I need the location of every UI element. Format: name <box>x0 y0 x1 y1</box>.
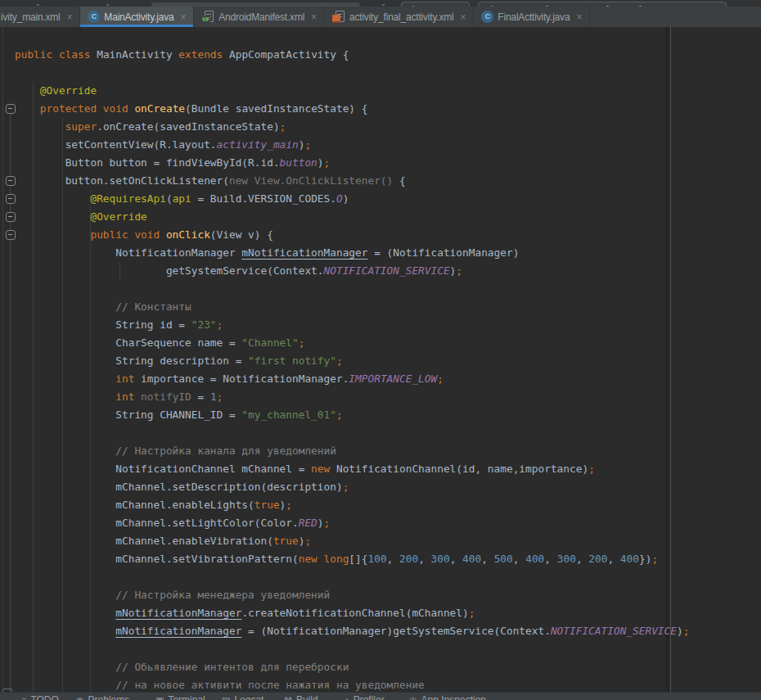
code-token-def: = Build.VERSION_CODES. <box>191 192 336 205</box>
tool-window-button-profiler[interactable]: ◔Profiler <box>344 695 385 700</box>
code-line[interactable]: int importance = NotificationManager.IMP… <box>15 370 689 388</box>
code-line[interactable]: // на новое активити после нажатия на ув… <box>15 676 689 692</box>
code-fold-icon[interactable] <box>6 176 16 186</box>
code-line[interactable]: mChannel.enableVibration(true); <box>15 532 689 550</box>
code-line[interactable]: String CHANNEL_ID = "my_channel_01"; <box>15 406 689 424</box>
java-class-icon: C <box>88 11 100 23</box>
code-line[interactable]: getSystemService(Context.NOTIFICATION_SE… <box>15 262 689 280</box>
code-token-semi: ; <box>286 499 292 511</box>
toolbar-icon-remnant <box>106 4 109 6</box>
code-line[interactable]: mChannel.enableLights(true); <box>15 496 689 514</box>
code-line[interactable]: button.setOnClickListener(new View.OnCli… <box>15 172 689 190</box>
code-token-def <box>15 120 65 133</box>
code-line[interactable] <box>15 640 689 658</box>
gutter-float-icon[interactable] <box>2 689 12 692</box>
code-token-def: CharSequence name = <box>15 336 241 349</box>
editor-tab-mainactivity-java[interactable]: CMainActivity.java× <box>80 7 194 27</box>
code-line[interactable]: super.onCreate(savedInstanceState); <box>15 118 689 136</box>
code-token-def <box>15 373 115 385</box>
code-line[interactable]: int notifyID = 1; <box>15 388 689 406</box>
code-line[interactable]: String id = "23"; <box>15 316 689 334</box>
code-line[interactable]: CharSequence name = "Channel"; <box>15 334 689 352</box>
code-token-def <box>15 300 115 313</box>
code-token-def: ( <box>166 192 173 205</box>
code-line[interactable] <box>15 64 689 82</box>
tool-window-button-todo[interactable]: ≡TODO <box>21 695 59 700</box>
code-token-def <box>15 210 90 223</box>
code-token-def <box>15 84 40 97</box>
close-icon[interactable]: × <box>311 11 317 23</box>
code-line[interactable]: @RequiresApi(api = Build.VERSION_CODES.O… <box>15 190 689 208</box>
tool-window-button-problems[interactable]: ◉Problems <box>76 695 129 700</box>
close-icon[interactable]: × <box>461 11 466 23</box>
tool-window-button-build[interactable]: ⚒Build <box>284 695 318 700</box>
code-line[interactable]: mChannel.setDescription(description); <box>15 478 689 496</box>
code-line[interactable] <box>15 568 689 586</box>
code-line[interactable]: setContentView(R.layout.activity_main); <box>15 136 689 154</box>
editor-tab-finalacttivity-java[interactable]: CFinalActtivity.java× <box>474 7 590 27</box>
code-line[interactable]: mNotificationManager.createNotificationC… <box>15 604 689 622</box>
code-token-semi: ; <box>304 535 311 547</box>
code-line[interactable]: NotificationChannel mChannel = new Notif… <box>15 460 689 478</box>
code-line[interactable]: Button button = findViewById(R.id.button… <box>15 154 689 172</box>
code-line[interactable]: mNotificationManager = (NotificationMana… <box>15 622 689 640</box>
tool-window-button-app-inspection[interactable]: ◎App Inspection <box>409 695 486 700</box>
tool-window-button-terminal[interactable]: ▣Terminal <box>155 695 205 700</box>
code-line[interactable]: protected void onCreate(Bundle savedInst… <box>15 100 689 118</box>
editor-tab-ivity-main-xml[interactable]: ivity_main.xml× <box>0 7 80 27</box>
code-token-def: ) <box>677 625 683 637</box>
code-line[interactable]: @Override <box>15 208 689 226</box>
code-token-def: NotificationManager <box>15 246 241 259</box>
code-line[interactable]: mChannel.setLightColor(Color.RED); <box>15 514 689 532</box>
code-token-kw: public void <box>90 228 165 241</box>
code-fold-icon[interactable] <box>6 104 16 114</box>
code-line[interactable]: // Обьявление интентов для переброски <box>15 658 689 676</box>
code-token-const: NOTIFICATION_SERVICE <box>551 625 677 637</box>
code-token-def: , <box>450 553 462 565</box>
code-token-str: "Channel" <box>241 336 298 349</box>
code-line[interactable]: String description = "first notify"; <box>15 352 689 370</box>
code-token-def: button.setOnClickListener( <box>15 174 229 187</box>
todo-icon: ≡ <box>21 695 26 700</box>
close-icon[interactable]: × <box>180 11 186 23</box>
code-token-meth: onCreate <box>134 102 185 115</box>
code-token-def: ) <box>317 156 324 169</box>
code-line[interactable]: mChannel.setVibrationPattern(new long[]{… <box>15 550 689 568</box>
code-token-def <box>15 391 115 403</box>
editor-tab-androidmanifest-xml[interactable]: MFAndroidManifest.xml× <box>194 7 325 27</box>
close-icon[interactable]: × <box>576 11 582 23</box>
code-line[interactable]: // Константы <box>15 298 689 316</box>
tool-window-button-logcat[interactable]: ▤Logcat <box>222 695 263 700</box>
code-token-def: mChannel.setVibrationPattern( <box>15 553 299 565</box>
code-editor-content[interactable]: public class MainActivity extends AppCom… <box>0 27 689 692</box>
code-line[interactable]: @Override <box>15 82 689 100</box>
code-token-def: mChannel.setLightColor(Color. <box>15 517 299 529</box>
editor-tab-activity-final-acttivity-xml[interactable]: activity_final_acttivity.xml× <box>325 7 474 27</box>
code-editor[interactable]: public class MainActivity extends AppCom… <box>0 27 761 692</box>
code-token-def <box>15 228 90 241</box>
code-token-kw: super <box>65 120 97 133</box>
code-token-num: 400 <box>525 553 544 565</box>
code-fold-icon[interactable] <box>6 212 16 222</box>
android-studio-window: ivity_main.xml×CMainActivity.java×MFAndr… <box>0 0 761 700</box>
code-token-num: 400 <box>620 553 639 565</box>
close-icon[interactable]: × <box>67 11 73 23</box>
code-line[interactable]: public class MainActivity extends AppCom… <box>15 46 689 64</box>
code-fold-icon[interactable] <box>6 230 16 240</box>
layout-badge <box>332 15 340 23</box>
code-line[interactable] <box>15 280 689 298</box>
code-line[interactable]: // Настройка канала для уведомлений <box>15 442 689 460</box>
code-line[interactable]: // Настройка менеджера уведомлений <box>15 586 689 604</box>
code-token-def: , <box>481 553 493 565</box>
code-token-semi: ; <box>336 409 343 421</box>
app-inspection-icon: ◎ <box>409 695 417 700</box>
code-token-def: []{ <box>349 553 367 565</box>
code-line[interactable]: public void onClick(View v) { <box>15 226 689 244</box>
tool-window-label: Terminal <box>168 695 205 700</box>
code-token-def <box>15 192 90 205</box>
code-line[interactable]: NotificationManager mNotificationManager… <box>15 244 689 262</box>
profiler-icon: ◔ <box>344 695 349 700</box>
code-token-const: IMPORTANCE_LOW <box>349 373 437 385</box>
code-fold-icon[interactable] <box>6 194 16 204</box>
code-line[interactable] <box>15 424 689 442</box>
